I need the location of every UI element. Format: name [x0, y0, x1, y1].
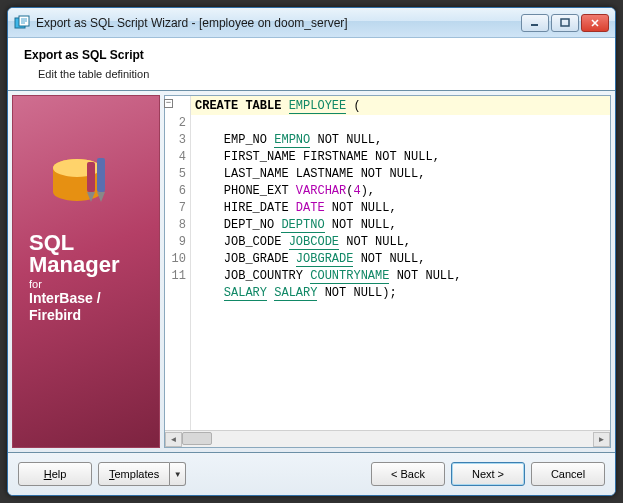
next-button[interactable]: Next > [451, 462, 525, 486]
brand-sql: SQL [29, 232, 149, 254]
svg-rect-7 [97, 158, 105, 192]
app-icon [14, 15, 30, 31]
link-employee[interactable]: EMPLOYEE [289, 99, 347, 114]
wizard-footer: Help Templates ▼ < Back Next > Cancel [8, 453, 615, 495]
link-countryname[interactable]: COUNTRYNAME [310, 269, 389, 284]
horizontal-scrollbar[interactable]: ◄ ► [165, 430, 610, 447]
titlebar[interactable]: Export as SQL Script Wizard - [employee … [8, 8, 615, 38]
wizard-header: Export as SQL Script Edit the table defi… [8, 38, 615, 90]
templates-button[interactable]: Templates [98, 462, 170, 486]
brand-product-1: InterBase / [29, 290, 149, 307]
product-logo-icon [47, 154, 121, 218]
brand-manager: Manager [29, 254, 149, 276]
wizard-window: Export as SQL Script Wizard - [employee … [7, 7, 616, 496]
back-button[interactable]: < Back [371, 462, 445, 486]
svg-rect-3 [561, 19, 569, 26]
wizard-body: SQL Manager for InterBase / Firebird − 2… [8, 90, 615, 453]
window-title: Export as SQL Script Wizard - [employee … [36, 16, 521, 30]
sidebar-banner: SQL Manager for InterBase / Firebird [12, 95, 160, 448]
minimize-button[interactable] [521, 14, 549, 32]
templates-split-button[interactable]: Templates ▼ [98, 462, 186, 486]
page-subtitle: Edit the table definition [38, 68, 599, 80]
templates-dropdown-icon[interactable]: ▼ [170, 462, 186, 486]
link-salary-col[interactable]: SALARY [224, 286, 267, 301]
page-title: Export as SQL Script [24, 48, 599, 62]
code-area[interactable]: CREATE TABLE EMPLOYEE ( EMP_NO EMPNO NOT… [191, 96, 610, 447]
svg-marker-9 [97, 192, 105, 202]
fold-collapse-icon[interactable]: − [164, 99, 173, 108]
link-empno[interactable]: EMPNO [274, 133, 310, 148]
scroll-track[interactable] [182, 432, 593, 447]
brand-product-2: Firebird [29, 307, 149, 324]
maximize-button[interactable] [551, 14, 579, 32]
link-salary-type[interactable]: SALARY [274, 286, 317, 301]
brand-for: for [29, 278, 149, 290]
help-button[interactable]: Help [18, 462, 92, 486]
cancel-button[interactable]: Cancel [531, 462, 605, 486]
product-brand: SQL Manager for InterBase / Firebird [29, 232, 149, 324]
line-gutter: − 2 3 4 5 6 7 8 9 10 11 [165, 96, 191, 447]
link-deptno[interactable]: DEPTNO [281, 218, 324, 233]
link-jobcode[interactable]: JOBCODE [289, 235, 339, 250]
sql-editor[interactable]: − 2 3 4 5 6 7 8 9 10 11 CREATE TABLE EMP… [164, 95, 611, 448]
svg-rect-6 [87, 162, 95, 192]
link-jobgrade[interactable]: JOBGRADE [296, 252, 354, 267]
scroll-left-icon[interactable]: ◄ [165, 432, 182, 447]
close-button[interactable] [581, 14, 609, 32]
scroll-right-icon[interactable]: ► [593, 432, 610, 447]
scroll-thumb[interactable] [182, 432, 212, 445]
